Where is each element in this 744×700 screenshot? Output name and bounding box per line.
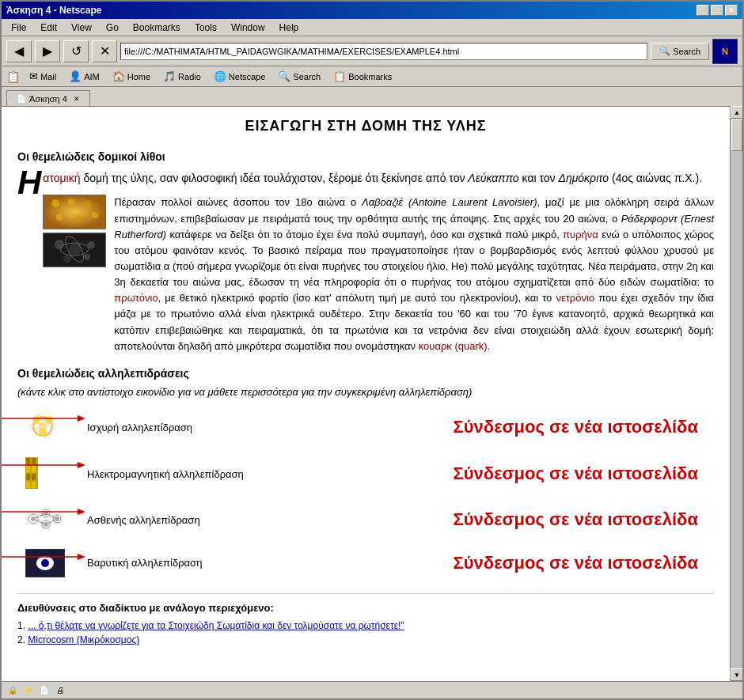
bookmark-radio[interactable]: 🎵 Radio [160,70,204,83]
web-links-section: Διευθύνσεις στο διαδίκτυο με ανάλογο περ… [17,593,714,645]
bookmarks-bm-icon: 📋 [333,70,346,82]
svg-point-8 [55,240,64,249]
bookmark-netscape[interactable]: 🌐 Netscape [211,70,268,83]
strong-icon-area [25,411,81,445]
web-link-2-anchor[interactable]: Microcosm (Μικρόκοσμος) [28,634,139,645]
link-protonion[interactable]: πρωτόνιο [114,292,158,304]
search-button[interactable]: 🔍 Search [651,43,709,60]
content-images [43,195,106,354]
status-bar: 🔒 ⚡ 📄 🖨 [2,681,742,698]
search-icon: 🔍 [659,46,670,56]
bm-separator-icon: 📋 [6,70,20,83]
page-title: ΕΙΣΑΓΩΓΗ ΣΤΗ ΔΟΜΗ ΤΗΣ ΥΛΗΣ [17,118,714,134]
svg-point-4 [56,214,63,221]
weak-icon-area [25,504,81,536]
status-icon: 🔒 [6,684,19,697]
svg-point-45 [44,522,48,527]
vertical-scrollbar[interactable]: ▲ ▼ [730,106,742,681]
em-annotation: Σύνδεσμος σε νέα ιστοσελίδα [244,464,714,484]
search-label: Search [673,47,700,56]
tab-close-icon[interactable]: ✕ [74,95,80,103]
strong-link[interactable] [25,433,71,445]
web-link-1-anchor[interactable]: ... ό,τι θέλατε να γνωρίζετε για τα Στοι… [28,620,404,631]
back-button[interactable]: ◀ [6,40,32,62]
em-link[interactable] [25,479,38,491]
home-icon: 🏠 [112,70,125,82]
search-bm-icon: 🔍 [278,70,290,82]
radio-icon: 🎵 [163,70,176,82]
minimize-button[interactable]: _ [697,5,709,16]
image-dark [43,233,106,267]
section1-heading: Οι θεμελιώδεις δομικοί λίθοι [17,150,714,163]
svg-marker-34 [78,462,85,468]
strong-label: Ισχυρή αλληλεπίδραση [87,422,192,433]
interaction-row-gravity: Βαρυτική αλληλεπίδραση Σύνδεσμος σε νέα … [25,549,714,577]
scroll-down-button[interactable]: ▼ [731,668,742,681]
svg-marker-23 [78,415,85,422]
strong-annotation: Σύνδεσμος σε νέα ιστοσελίδα [192,417,714,437]
stop-icon: ✕ [100,44,110,59]
drop-cap: Η [17,169,41,196]
tab-label: Άσκηση 4 [29,94,67,104]
tab-askisi4[interactable]: 📄 Άσκηση 4 ✕ [6,90,90,106]
bookmarks-bar: 📋 ✉ Mail 👤 AIM 🏠 Home 🎵 Radio 🌐 Netscape… [2,66,742,87]
netscape-logo: N [712,39,738,64]
intro-text: ατομική δομή της ύλης, σαν φιλοσοφική ιδ… [43,172,702,184]
link-pyrinas[interactable]: πυρήνα [563,229,598,240]
forward-button[interactable]: ▶ [35,40,60,62]
navigation-toolbar: ◀ ▶ ↺ ✕ 🔍 Search N [2,36,742,66]
svg-point-3 [82,200,92,210]
reload-button[interactable]: ↺ [63,40,89,62]
gravity-label: Βαρυτική αλληλεπίδραση [87,557,202,569]
web-link-2-num: 2. [17,634,25,645]
weak-annotation: Σύνδεσμος σε νέα ιστοσελίδα [200,509,714,530]
menu-view[interactable]: View [65,21,98,35]
link-netronio[interactable]: νετρόνιο [556,292,594,304]
bookmark-search[interactable]: 🔍 Search [275,70,324,83]
title-bar-buttons: _ □ ✕ [697,5,738,16]
bookmark-bookmarks[interactable]: 📋 Bookmarks [330,70,395,83]
link-kouark[interactable]: κουαρκ (quark) [419,340,488,352]
svg-point-9 [69,243,82,255]
stop-button[interactable]: ✕ [92,40,117,62]
web-link-1-num: 1. [17,620,25,631]
netscape-bm-icon: 🌐 [214,70,226,82]
menu-edit[interactable]: Edit [34,21,63,35]
content-area[interactable]: ΕΙΣΑΓΩΓΗ ΣΤΗ ΔΟΜΗ ΤΗΣ ΥΛΗΣ Οι θεμελιώδει… [2,106,730,681]
svg-point-11 [63,255,71,263]
scroll-thumb[interactable] [731,119,742,151]
intro-block: Η ατομική δομή της ύλης, σαν φιλοσοφική … [17,169,714,187]
scroll-track[interactable] [731,119,742,668]
gravity-icon-area [25,549,81,577]
bookmark-radio-label: Radio [178,72,201,81]
strong-arrow [2,414,85,426]
interaction-row-strong: Ισχυρή αλληλεπίδραση Σύνδεσμος σε νέα ισ… [25,411,714,445]
close-button[interactable]: ✕ [725,5,738,16]
bookmark-netscape-label: Netscape [229,72,265,81]
bookmark-mail[interactable]: ✉ Mail [26,70,59,83]
bookmark-aim[interactable]: 👤 AIM [66,70,103,83]
menu-file[interactable]: File [5,21,32,35]
maximize-button[interactable]: □ [711,5,723,16]
reload-icon: ↺ [71,44,82,59]
weak-link[interactable] [25,524,66,536]
svg-marker-48 [78,509,85,515]
scroll-up-button[interactable]: ▲ [731,106,742,119]
link-atomiki[interactable]: ατομική [43,172,80,184]
address-input[interactable] [120,43,647,60]
tab-bar: 📄 Άσκηση 4 ✕ [2,87,742,106]
menu-help[interactable]: Help [273,21,306,35]
menu-bookmarks[interactable]: Bookmarks [127,21,187,35]
menu-window[interactable]: Window [225,21,271,35]
menu-go[interactable]: Go [100,21,125,35]
interactions-section: Ισχυρή αλληλεπίδραση Σύνδεσμος σε νέα ισ… [17,411,714,577]
weak-arrow [2,507,85,519]
interaction-row-weak: Ασθενής αλληλεπίδραση Σύνδεσμος σε νέα ι… [25,504,714,536]
section2-heading: Οι θεμελιώδεις αλληλεπιδράσεις [17,367,714,380]
menu-tools[interactable]: Tools [188,21,223,35]
content-wrapper: ΕΙΣΑΓΩΓΗ ΣΤΗ ΔΟΜΗ ΤΗΣ ΥΛΗΣ Οι θεμελιώδει… [2,106,742,681]
image-gold [43,195,106,229]
bookmark-home[interactable]: 🏠 Home [109,70,154,83]
svg-marker-50 [78,554,85,560]
interaction-row-em: Ηλεκτρομαγνητική αλληλεπίδραση Σύνδεσμος… [25,457,714,491]
